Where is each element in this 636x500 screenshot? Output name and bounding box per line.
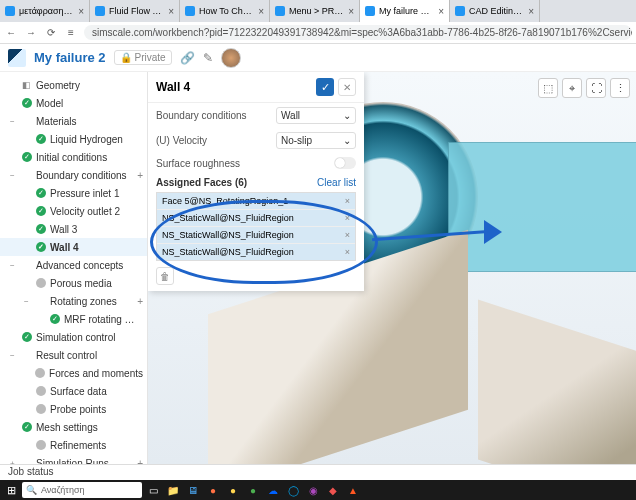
project-title[interactable]: My failure 2 bbox=[34, 50, 106, 65]
browser-tab[interactable]: Fluid Flow Through E…× bbox=[90, 0, 180, 22]
remove-face-icon[interactable]: × bbox=[345, 247, 350, 257]
tree-label: Simulation control bbox=[36, 332, 115, 343]
expand-icon[interactable]: − bbox=[10, 171, 18, 180]
remove-face-icon[interactable]: × bbox=[345, 213, 350, 223]
tree-item[interactable]: −Advanced concepts bbox=[0, 256, 147, 274]
link-icon[interactable]: 🔗 bbox=[180, 51, 195, 65]
close-tab-icon[interactable]: × bbox=[348, 6, 354, 17]
tree-item[interactable]: ✓Wall 3 bbox=[0, 220, 147, 238]
taskbar-app-icon[interactable]: ◯ bbox=[284, 481, 302, 499]
clear-list-link[interactable]: Clear list bbox=[317, 177, 356, 188]
site-info-icon[interactable]: ≡ bbox=[64, 27, 78, 38]
expand-icon[interactable]: − bbox=[10, 351, 18, 360]
browser-tab[interactable]: How To Choose Bet…× bbox=[180, 0, 270, 22]
face-row[interactable]: NS_StaticWall@NS_FluidRegion× bbox=[157, 244, 355, 260]
back-icon[interactable]: ← bbox=[4, 27, 18, 38]
tree-item[interactable]: Refinements bbox=[0, 436, 147, 454]
tree-item[interactable]: ✓Model bbox=[0, 94, 147, 112]
tree-item[interactable]: Surface data bbox=[0, 382, 147, 400]
add-icon[interactable]: + bbox=[137, 170, 143, 181]
3d-viewport[interactable]: ◫ ◉ ✦ ▣ ↖ ⬚ ⌖ ⛶ ⋮ Wall 4 ✓ ✕ Boundary co… bbox=[148, 72, 636, 464]
add-icon[interactable]: + bbox=[137, 296, 143, 307]
viewport-controls-right: ⬚ ⌖ ⛶ ⋮ bbox=[538, 78, 630, 98]
tree-item[interactable]: Forces and moments bbox=[0, 364, 147, 382]
browser-tab[interactable]: Menu > PROJECT …× bbox=[270, 0, 360, 22]
remove-face-icon[interactable]: × bbox=[345, 196, 350, 206]
browser-tab[interactable]: CAD Editing in SimS…× bbox=[450, 0, 540, 22]
close-tab-icon[interactable]: × bbox=[528, 6, 534, 17]
tree-label: Materials bbox=[36, 116, 77, 127]
face-row[interactable]: Face 5@NS_RotatingRegion_1× bbox=[157, 193, 355, 210]
tab-label: Fluid Flow Through E… bbox=[109, 6, 164, 16]
face-row[interactable]: NS_StaticWall@NS_FluidRegion× bbox=[157, 210, 355, 227]
tree-label: Rotating zones bbox=[50, 296, 117, 307]
task-view-icon[interactable]: ▭ bbox=[144, 481, 162, 499]
tree-item[interactable]: ✓Liquid Hydrogen bbox=[0, 130, 147, 148]
tree-item[interactable]: Probe points bbox=[0, 400, 147, 418]
reload-icon[interactable]: ⟳ bbox=[44, 27, 58, 38]
user-avatar[interactable] bbox=[221, 48, 241, 68]
expand-icon[interactable]: − bbox=[24, 297, 32, 306]
fit-icon[interactable]: ⬚ bbox=[538, 78, 558, 98]
tree-label: Geometry bbox=[36, 80, 80, 91]
job-status-bar[interactable]: Job status bbox=[0, 464, 636, 480]
taskbar-search[interactable]: 🔍 Αναζήτηση bbox=[22, 482, 142, 498]
tree-label: Probe points bbox=[50, 404, 106, 415]
face-name: Face 5@NS_RotatingRegion_1 bbox=[162, 196, 345, 206]
tree-item[interactable]: ✓Mesh settings bbox=[0, 418, 147, 436]
expand-icon[interactable]: ⛶ bbox=[586, 78, 606, 98]
camera-icon[interactable]: ⌖ bbox=[562, 78, 582, 98]
taskbar-app-icon[interactable]: ☁ bbox=[264, 481, 282, 499]
taskbar-app-icon[interactable]: ◉ bbox=[304, 481, 322, 499]
edit-icon[interactable]: ✎ bbox=[203, 51, 213, 65]
status-dot-icon bbox=[36, 404, 46, 414]
tree-item[interactable]: ◧Geometry bbox=[0, 76, 147, 94]
close-tab-icon[interactable]: × bbox=[78, 6, 84, 17]
tree-item[interactable]: ✓Simulation control bbox=[0, 328, 147, 346]
tree-item[interactable]: ✓Wall 4 bbox=[0, 238, 147, 256]
bc-type-select[interactable]: Wall⌄ bbox=[276, 107, 356, 124]
browser-tab[interactable]: μετάφραση - Αναζ…× bbox=[0, 0, 90, 22]
taskbar-app-icon[interactable]: 🖥 bbox=[184, 481, 202, 499]
tree-item[interactable]: −Boundary conditions+ bbox=[0, 166, 147, 184]
taskbar-app-icon[interactable]: ● bbox=[204, 481, 222, 499]
face-row[interactable]: NS_StaticWall@NS_FluidRegion× bbox=[157, 227, 355, 244]
lock-icon: 🔒 bbox=[120, 52, 132, 63]
roughness-toggle[interactable] bbox=[334, 157, 356, 169]
close-tab-icon[interactable]: × bbox=[168, 6, 174, 17]
taskbar-app-icon[interactable]: ▲ bbox=[344, 481, 362, 499]
taskbar-app-icon[interactable]: ● bbox=[224, 481, 242, 499]
close-tab-icon[interactable]: × bbox=[438, 6, 444, 17]
tree-item[interactable]: −Result control bbox=[0, 346, 147, 364]
tree-item[interactable]: ✓MRF rotating … bbox=[0, 310, 147, 328]
taskbar-app-icon[interactable]: ◆ bbox=[324, 481, 342, 499]
close-tab-icon[interactable]: × bbox=[258, 6, 264, 17]
taskbar-app-icon[interactable]: 📁 bbox=[164, 481, 182, 499]
more-icon[interactable]: ⋮ bbox=[610, 78, 630, 98]
tree-item[interactable]: ✓Velocity outlet 2 bbox=[0, 202, 147, 220]
velocity-select[interactable]: No-slip⌄ bbox=[276, 132, 356, 149]
tree-item[interactable]: ✓Initial conditions bbox=[0, 148, 147, 166]
simscale-logo-icon bbox=[8, 49, 26, 67]
simulation-tree: ◧Geometry✓Model−Materials✓Liquid Hydroge… bbox=[0, 72, 148, 464]
tree-item[interactable]: −Materials bbox=[0, 112, 147, 130]
privacy-badge[interactable]: 🔒Private bbox=[114, 50, 172, 65]
tree-item[interactable]: ✓Pressure inlet 1 bbox=[0, 184, 147, 202]
confirm-button[interactable]: ✓ bbox=[316, 78, 334, 96]
item-icon: ◧ bbox=[22, 80, 32, 90]
tree-item[interactable]: Porous media bbox=[0, 274, 147, 292]
taskbar-app-icon[interactable]: ● bbox=[244, 481, 262, 499]
favicon-icon bbox=[365, 6, 375, 16]
close-panel-button[interactable]: ✕ bbox=[338, 78, 356, 96]
roughness-label: Surface roughness bbox=[156, 158, 328, 169]
browser-tab[interactable]: My failure 2 | SimSc…× bbox=[360, 0, 450, 22]
address-bar[interactable]: simscale.com/workbench?pid=7122322049391… bbox=[84, 25, 632, 40]
expand-icon[interactable]: − bbox=[10, 261, 18, 270]
remove-face-icon[interactable]: × bbox=[345, 230, 350, 240]
forward-icon[interactable]: → bbox=[24, 27, 38, 38]
expand-icon[interactable]: − bbox=[10, 117, 18, 126]
tree-item[interactable]: +Simulation Runs+ bbox=[0, 454, 147, 464]
start-button[interactable]: ⊞ bbox=[2, 481, 20, 499]
tree-item[interactable]: −Rotating zones+ bbox=[0, 292, 147, 310]
delete-button[interactable]: 🗑 bbox=[156, 267, 174, 285]
